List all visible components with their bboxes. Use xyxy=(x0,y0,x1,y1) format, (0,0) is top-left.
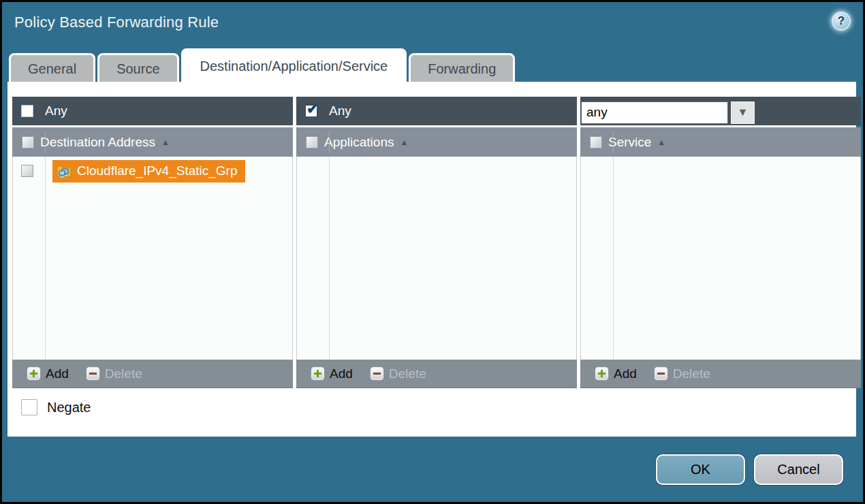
service-dropdown-button[interactable]: ▼ xyxy=(731,101,755,124)
tab-bar: General Source Destination/Application/S… xyxy=(9,48,515,82)
sort-asc-icon[interactable]: ▲ xyxy=(400,138,408,147)
service-header-label: Service xyxy=(608,135,651,150)
chevron-down-icon: ▼ xyxy=(738,106,749,119)
header-divider xyxy=(613,131,614,153)
checkmark-icon: ✔ xyxy=(306,101,319,117)
applications-any-bar: ✔ Any xyxy=(296,97,577,125)
service-header[interactable]: Service ▲ xyxy=(580,127,861,157)
body-divider xyxy=(613,157,614,360)
service-add-button[interactable]: Add xyxy=(595,366,637,381)
destination-any-checkbox[interactable] xyxy=(21,105,33,117)
service-list xyxy=(580,157,861,360)
applications-header[interactable]: Applications ▲ xyxy=(296,127,577,157)
negate-label: Negate xyxy=(47,400,91,415)
destination-footer: Add Delete xyxy=(12,360,293,388)
address-group-icon xyxy=(57,164,72,178)
tab-general[interactable]: General xyxy=(9,53,95,82)
address-group-entry[interactable]: Cloudflare_IPv4_Static_Grp xyxy=(52,160,245,183)
add-label: Add xyxy=(330,366,353,381)
destination-address-header[interactable]: Destination Address ▲ xyxy=(12,127,293,157)
sort-asc-icon[interactable]: ▲ xyxy=(161,138,170,147)
destination-select-all-checkbox[interactable] xyxy=(22,136,34,148)
body-divider xyxy=(45,157,46,360)
destination-list: Cloudflare_IPv4_Static_Grp xyxy=(12,157,293,360)
question-mark-glyph: ? xyxy=(838,14,845,28)
service-dropdown-input[interactable] xyxy=(581,101,728,124)
minus-icon xyxy=(86,366,100,381)
destination-header-label: Destination Address xyxy=(40,135,155,150)
service-delete-button[interactable]: Delete xyxy=(654,366,710,381)
applications-column: ✔ Any Applications ▲ Add Dele xyxy=(296,97,577,388)
applications-list xyxy=(296,157,577,360)
list-item: Cloudflare_IPv4_Static_Grp xyxy=(13,157,292,185)
applications-select-all-checkbox[interactable] xyxy=(306,136,318,148)
applications-footer: Add Delete xyxy=(296,360,577,388)
cancel-button[interactable]: Cancel xyxy=(754,454,843,485)
sort-asc-icon[interactable]: ▲ xyxy=(657,138,665,147)
negate-option: Negate xyxy=(21,399,91,415)
body-divider xyxy=(329,157,330,360)
destination-any-label: Any xyxy=(45,104,67,119)
applications-any-label: Any xyxy=(329,104,351,119)
tab-content-panel: Any Destination Address ▲ xyxy=(7,82,856,437)
address-group-name: Cloudflare_IPv4_Static_Grp xyxy=(77,163,238,178)
destination-address-column: Any Destination Address ▲ xyxy=(12,97,293,388)
plus-icon xyxy=(27,366,41,381)
applications-header-label: Applications xyxy=(324,135,394,150)
destination-add-button[interactable]: Add xyxy=(27,366,69,381)
tab-destination-application-service[interactable]: Destination/Application/Service xyxy=(181,48,407,82)
service-dropdown-bar: ▼ xyxy=(580,97,861,125)
delete-label: Delete xyxy=(105,366,142,381)
delete-label: Delete xyxy=(389,366,426,381)
policy-based-forwarding-dialog: Policy Based Forwarding Rule ? General S… xyxy=(0,0,865,504)
destination-any-bar: Any xyxy=(12,97,293,125)
header-divider xyxy=(329,131,330,153)
applications-add-button[interactable]: Add xyxy=(311,366,353,381)
row-checkbox[interactable] xyxy=(21,165,33,177)
destination-delete-button[interactable]: Delete xyxy=(86,366,142,381)
plus-icon xyxy=(595,366,609,381)
dialog-title: Policy Based Forwarding Rule xyxy=(14,14,219,31)
tab-source[interactable]: Source xyxy=(97,53,178,82)
service-footer: Add Delete xyxy=(580,360,861,388)
minus-icon xyxy=(654,366,668,381)
applications-delete-button[interactable]: Delete xyxy=(370,366,426,381)
negate-checkbox[interactable] xyxy=(21,399,37,415)
service-column: ▼ Service ▲ Add Delete xyxy=(580,97,861,388)
plus-icon xyxy=(311,366,325,381)
service-select-all-checkbox[interactable] xyxy=(590,136,602,148)
tab-forwarding[interactable]: Forwarding xyxy=(409,53,515,82)
add-label: Add xyxy=(614,366,637,381)
help-icon[interactable]: ? xyxy=(832,12,851,31)
header-divider xyxy=(45,131,46,153)
delete-label: Delete xyxy=(673,366,710,381)
ok-button[interactable]: OK xyxy=(656,454,745,485)
applications-any-checkbox-checked[interactable]: ✔ xyxy=(305,105,317,117)
add-label: Add xyxy=(46,366,69,381)
minus-icon xyxy=(370,366,384,381)
